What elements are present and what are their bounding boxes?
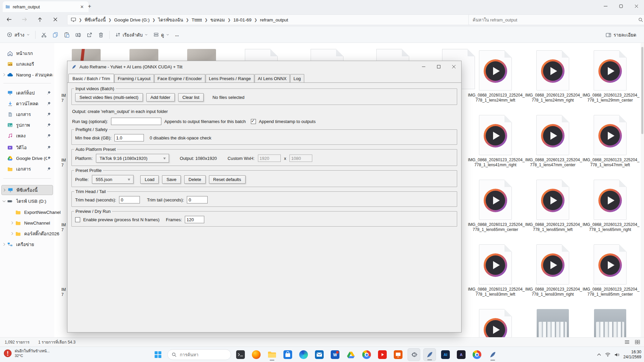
file-item[interactable]: IMG_0868_20260123_225204_778_1_lens83mm_… bbox=[525, 244, 580, 297]
taskbar-app-ai[interactable]: AI bbox=[439, 348, 452, 361]
delete-button[interactable]: Delete bbox=[184, 175, 206, 184]
large-icons-view-icon[interactable] bbox=[635, 340, 640, 344]
sidebar-item-exportnewchanel[interactable]: ExportNewChanel bbox=[1, 207, 61, 217]
explorer-tab[interactable]: refram_output ✕ bbox=[3, 1, 89, 12]
file-item[interactable]: IMG_0868_20260123_225204_778_1_lens65mm_… bbox=[468, 180, 523, 232]
sidebar-item-desktop[interactable]: เดสก์ท็อป bbox=[1, 88, 53, 98]
sidebar-item-tiktok-course-2026[interactable]: คอร์สติ๊กต๊อก2026 bbox=[1, 229, 61, 239]
append-timestamp-checkbox[interactable] bbox=[251, 119, 256, 124]
sidebar-item-gallery[interactable]: แกลเลอรี bbox=[1, 59, 53, 69]
taskbar-app-chrome[interactable] bbox=[360, 348, 373, 361]
taskbar-app-python-tk-2[interactable] bbox=[486, 348, 499, 361]
dialog-close-button[interactable] bbox=[446, 61, 461, 72]
profile-combobox[interactable]: 555.json bbox=[92, 175, 133, 184]
trim-tail-input[interactable] bbox=[187, 196, 208, 203]
rename-button[interactable] bbox=[72, 30, 84, 40]
taskbar-app-python-tk[interactable] bbox=[423, 348, 436, 361]
breadcrumb-item[interactable]: Ttttttt bbox=[190, 17, 204, 23]
file-item[interactable]: IMG_0868_20260123_225204_778_1_lens47mm_… bbox=[583, 115, 638, 168]
taskbar-app-terminal[interactable] bbox=[234, 348, 247, 361]
forward-button[interactable] bbox=[19, 14, 30, 24]
view-button[interactable]: ดู bbox=[151, 29, 172, 41]
min-free-disk-input[interactable] bbox=[114, 134, 144, 141]
scrollbar-thumb[interactable] bbox=[641, 47, 643, 134]
taskbar-app-firefox[interactable] bbox=[250, 348, 263, 361]
expand-chevron-icon[interactable] bbox=[2, 188, 7, 192]
tab-log[interactable]: Log bbox=[290, 74, 304, 82]
load-button[interactable]: Load bbox=[140, 175, 159, 184]
taskbar-clock[interactable]: 16:30 24/1/2569 bbox=[624, 350, 641, 360]
file-item[interactable]: IMG_0868_20260123_225204_778_1_lens85mm_… bbox=[583, 244, 638, 297]
expand-chevron-icon[interactable] bbox=[9, 221, 15, 225]
expand-chevron-icon[interactable] bbox=[1, 73, 7, 76]
sidebar-item-onedrive[interactable]: Narong - ส่วนบุคคล bbox=[1, 70, 53, 80]
file-item[interactable]: IMG_0868_20260123_225204_778_1_lens41mm_… bbox=[468, 115, 523, 168]
sidebar-item-music[interactable]: เพลง bbox=[1, 131, 53, 141]
dialog-maximize-button[interactable] bbox=[431, 61, 446, 72]
platform-combobox[interactable]: TikTok 9:16 (362x644) bbox=[96, 154, 169, 163]
dialog-minimize-button[interactable] bbox=[416, 61, 431, 72]
taskbar-app-photoshop[interactable]: A bbox=[455, 348, 468, 361]
taskbar-app-word[interactable]: W bbox=[329, 348, 341, 361]
start-button[interactable] bbox=[152, 348, 164, 361]
sidebar-item-this-pc[interactable]: พีซีเครื่องนี้ bbox=[1, 185, 53, 195]
file-item[interactable]: IMG_0868_20260123_225204_778_1_lens24mm_… bbox=[525, 50, 580, 103]
window-minimize-button[interactable] bbox=[598, 0, 613, 12]
add-folder-button[interactable]: Add folder bbox=[146, 93, 175, 102]
share-button[interactable] bbox=[84, 30, 95, 40]
vertical-scrollbar[interactable] bbox=[641, 43, 644, 337]
dialog-titlebar[interactable]: Auto Reframe - YuNet + AI Lens (ONNX CUD… bbox=[67, 61, 461, 72]
breadcrumb-item[interactable]: ไดรฟ์ของฉัน bbox=[156, 15, 185, 24]
sidebar-item-google-drive[interactable]: Google Drive (G:) bbox=[1, 153, 53, 163]
hidden-icons-chevron-icon[interactable] bbox=[597, 353, 601, 356]
tab-framing-layout[interactable]: Framing / Layout bbox=[114, 74, 154, 82]
trim-head-input[interactable] bbox=[119, 196, 140, 203]
taskbar-app-powerpoint[interactable] bbox=[392, 348, 405, 361]
clear-list-button[interactable]: Clear list bbox=[178, 93, 204, 102]
new-button[interactable]: สร้าง bbox=[4, 29, 33, 41]
breadcrumb-item[interactable]: Google Drive (G:) bbox=[112, 17, 152, 23]
taskbar-app-settings[interactable] bbox=[408, 348, 420, 361]
details-view-icon[interactable] bbox=[625, 340, 630, 344]
sidebar-item-network[interactable]: เครือข่าย bbox=[1, 239, 53, 249]
enable-preview-checkbox[interactable] bbox=[75, 217, 80, 222]
sort-button[interactable]: เรียงลำดับ bbox=[112, 29, 151, 41]
taskbar-app-outlook[interactable] bbox=[313, 348, 326, 361]
sidebar-item-videos[interactable]: วิดีโอ bbox=[1, 142, 53, 153]
taskbar-app-google-drive[interactable] bbox=[344, 348, 357, 361]
taskbar-app-chrome-profile[interactable] bbox=[471, 348, 483, 361]
sidebar-item-documents-folder[interactable]: เอกสาร bbox=[1, 164, 53, 174]
file-item[interactable]: IMG_0868_20260123_225204_778_1_lens29mm_… bbox=[583, 50, 638, 103]
save-button[interactable]: Save bbox=[162, 175, 181, 184]
tab-face-engine-encoder[interactable]: Face Engine / Encoder bbox=[154, 74, 205, 82]
sidebar-item-downloads[interactable]: ดาวน์โหลด bbox=[1, 99, 53, 109]
tab-close-icon[interactable]: ✕ bbox=[78, 4, 86, 9]
frames-input[interactable] bbox=[185, 216, 204, 223]
up-button[interactable] bbox=[34, 14, 46, 24]
window-maximize-button[interactable] bbox=[613, 0, 629, 12]
sidebar-item-pictures[interactable]: รูปภาพ bbox=[1, 120, 53, 130]
tab-ai-lens-onnx[interactable]: AI Lens ONNX bbox=[255, 74, 290, 82]
sidebar-item-documents[interactable]: เอกสาร bbox=[1, 109, 53, 119]
taskbar-app-store[interactable] bbox=[281, 348, 294, 361]
breadcrumb-item-current[interactable]: refram_output bbox=[258, 17, 290, 23]
delete-button[interactable] bbox=[95, 30, 107, 40]
wifi-icon[interactable] bbox=[605, 353, 610, 357]
window-close-button[interactable] bbox=[629, 0, 644, 12]
breadcrumb-item[interactable]: 18-01-69 bbox=[231, 17, 254, 23]
details-pane-button[interactable]: รายละเอียด bbox=[603, 29, 639, 41]
breadcrumb-item[interactable]: ขอหอม bbox=[208, 15, 227, 24]
back-button[interactable] bbox=[3, 14, 15, 24]
file-item[interactable]: IMG_0868_20260123_225204_778_1_lens47mm_… bbox=[525, 115, 580, 168]
tab-lens-presets-range[interactable]: Lens Presets / Range bbox=[206, 74, 254, 82]
tab-basic-batch-trim[interactable]: Basic / Batch / Trim bbox=[68, 74, 114, 83]
taskbar-app-file-explorer[interactable] bbox=[266, 348, 278, 361]
run-tag-input[interactable] bbox=[111, 118, 161, 125]
reset-defaults-button[interactable]: Reset defaults bbox=[209, 175, 246, 184]
select-video-files-button[interactable]: Select video files (multi-select) bbox=[75, 93, 143, 102]
cut-button[interactable] bbox=[38, 30, 50, 40]
expand-chevron-icon[interactable] bbox=[1, 243, 7, 246]
collapse-chevron-icon[interactable] bbox=[1, 200, 7, 202]
sidebar-item-home[interactable]: หน้าแรก bbox=[1, 48, 53, 58]
file-item[interactable]: IMG_0868_20260123_225204_778_1_lens24mm_… bbox=[468, 50, 523, 103]
